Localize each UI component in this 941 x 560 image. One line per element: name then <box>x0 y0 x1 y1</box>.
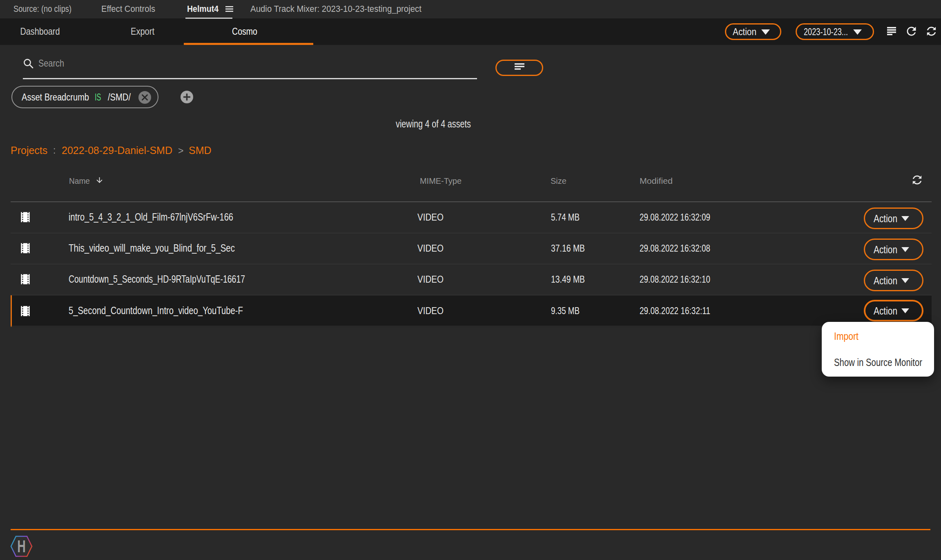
svg-text:H: H <box>17 537 26 556</box>
